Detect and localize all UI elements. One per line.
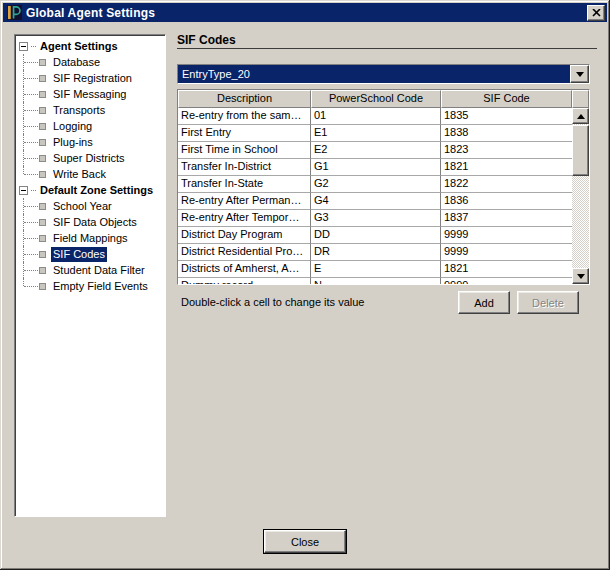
- cell-description[interactable]: Transfer In-State: [178, 176, 311, 193]
- dropdown-selected-value: EntryType_20: [178, 65, 570, 83]
- tree-item-label[interactable]: Super Districts: [51, 151, 127, 166]
- close-window-button[interactable]: [587, 5, 605, 21]
- cell-powerschool-code[interactable]: E: [311, 261, 441, 278]
- tree-item-label[interactable]: Agent Settings: [38, 39, 120, 54]
- cell-powerschool-code[interactable]: DD: [311, 227, 441, 244]
- tree-item[interactable]: Write Back: [15, 166, 165, 182]
- tree-item[interactable]: Plug-ins: [15, 134, 165, 150]
- scroll-up-button[interactable]: [572, 108, 589, 124]
- tree-item-label[interactable]: SIF Registration: [51, 71, 134, 86]
- cell-powerschool-code[interactable]: G3: [311, 210, 441, 227]
- cell-description[interactable]: Re-entry After Tempor…: [178, 210, 311, 227]
- tree-item-label[interactable]: SIF Codes: [51, 247, 107, 262]
- tree-item[interactable]: Super Districts: [15, 150, 165, 166]
- cell-description[interactable]: District Day Program: [178, 227, 311, 244]
- tree-item-label[interactable]: School Year: [51, 199, 114, 214]
- tree-item[interactable]: School Year: [15, 198, 165, 214]
- cell-powerschool-code[interactable]: E1: [311, 125, 441, 142]
- collapse-minus-icon[interactable]: [19, 42, 28, 51]
- cell-description[interactable]: Districts of Amherst, A…: [178, 261, 311, 278]
- cell-sif-code[interactable]: 1821: [441, 261, 572, 278]
- add-button[interactable]: Add: [458, 291, 510, 314]
- tree-item-label[interactable]: SIF Messaging: [51, 87, 128, 102]
- cell-powerschool-code[interactable]: 01: [311, 108, 441, 125]
- global-agent-settings-dialog: Global Agent Settings Agent Settings Dat…: [0, 0, 610, 570]
- cell-description[interactable]: Dummy record: [178, 278, 311, 284]
- tree-item[interactable]: Logging: [15, 118, 165, 134]
- column-header-powerschool-code[interactable]: PowerSchool Code: [311, 90, 441, 108]
- tree-item[interactable]: SIF Codes: [15, 246, 165, 262]
- tree-item[interactable]: Transports: [15, 102, 165, 118]
- cell-sif-code[interactable]: 1823: [441, 142, 572, 159]
- table-row[interactable]: First Entry E1 1838: [178, 125, 572, 142]
- table-row[interactable]: District Residential Pro… DR 9999: [178, 244, 572, 261]
- cell-powerschool-code[interactable]: N: [311, 278, 441, 284]
- tree-item[interactable]: Agent Settings: [15, 38, 165, 54]
- table-row[interactable]: Re-entry After Tempor… G3 1837: [178, 210, 572, 227]
- tree-bullet-icon: [39, 59, 46, 66]
- cell-powerschool-code[interactable]: G1: [311, 159, 441, 176]
- tree-item-label[interactable]: Default Zone Settings: [38, 183, 155, 198]
- cell-sif-code[interactable]: 9999: [441, 278, 572, 284]
- panel-heading: SIF Codes: [177, 33, 597, 49]
- scroll-down-button[interactable]: [572, 268, 589, 284]
- tree-item-label[interactable]: Student Data Filter: [51, 263, 147, 278]
- tree-item[interactable]: SIF Registration: [15, 70, 165, 86]
- collapse-minus-icon[interactable]: [19, 186, 28, 195]
- entry-type-dropdown[interactable]: EntryType_20: [177, 64, 590, 84]
- dropdown-arrow-button[interactable]: [570, 65, 589, 83]
- table-row[interactable]: District Day Program DD 9999: [178, 227, 572, 244]
- cell-sif-code[interactable]: 9999: [441, 244, 572, 261]
- cell-sif-code[interactable]: 1822: [441, 176, 572, 193]
- cell-sif-code[interactable]: 1837: [441, 210, 572, 227]
- table-row[interactable]: Dummy record N 9999: [178, 278, 572, 284]
- table-row[interactable]: Re-entry from the sam… 01 1835: [178, 108, 572, 125]
- tree-item[interactable]: Default Zone Settings: [15, 182, 165, 198]
- tree-item[interactable]: Student Data Filter: [15, 262, 165, 278]
- cell-powerschool-code[interactable]: G2: [311, 176, 441, 193]
- tree-item-label[interactable]: Logging: [51, 119, 94, 134]
- tree-bullet-icon: [39, 283, 46, 290]
- scrollbar-thumb[interactable]: [572, 125, 589, 176]
- table-row[interactable]: First Time in School E2 1823: [178, 142, 572, 159]
- cell-sif-code[interactable]: 1836: [441, 193, 572, 210]
- cell-powerschool-code[interactable]: E2: [311, 142, 441, 159]
- table-row[interactable]: Districts of Amherst, A… E 1821: [178, 261, 572, 278]
- cell-description[interactable]: Re-entry After Perman…: [178, 193, 311, 210]
- tree-item-label[interactable]: Field Mappings: [51, 231, 130, 246]
- table-row[interactable]: Transfer In-District G1 1821: [178, 159, 572, 176]
- cell-sif-code[interactable]: 1835: [441, 108, 572, 125]
- cell-description[interactable]: Transfer In-District: [178, 159, 311, 176]
- table-header-row: Description PowerSchool Code SIF Code: [178, 90, 589, 108]
- tree-item[interactable]: SIF Messaging: [15, 86, 165, 102]
- tree-item[interactable]: Empty Field Events: [15, 278, 165, 294]
- delete-button[interactable]: Delete: [517, 291, 579, 314]
- cell-powerschool-code[interactable]: DR: [311, 244, 441, 261]
- cell-description[interactable]: District Residential Pro…: [178, 244, 311, 261]
- tree-item[interactable]: Database: [15, 54, 165, 70]
- up-arrow-icon: [577, 114, 585, 119]
- cell-description[interactable]: First Time in School: [178, 142, 311, 159]
- tree-item-label[interactable]: Database: [51, 55, 102, 70]
- tree-item-label[interactable]: Empty Field Events: [51, 279, 150, 294]
- cell-sif-code[interactable]: 9999: [441, 227, 572, 244]
- tree-item[interactable]: SIF Data Objects: [15, 214, 165, 230]
- cell-powerschool-code[interactable]: G4: [311, 193, 441, 210]
- tree-item-label[interactable]: Plug-ins: [51, 135, 95, 150]
- down-arrow-icon: [577, 274, 585, 279]
- tree-item-label[interactable]: Write Back: [51, 167, 108, 182]
- tree-item-label[interactable]: Transports: [51, 103, 107, 118]
- table-row[interactable]: Re-entry After Perman… G4 1836: [178, 193, 572, 210]
- cell-description[interactable]: First Entry: [178, 125, 311, 142]
- column-header-sif-code[interactable]: SIF Code: [441, 90, 572, 108]
- cell-sif-code[interactable]: 1838: [441, 125, 572, 142]
- cell-description[interactable]: Re-entry from the sam…: [178, 108, 311, 125]
- column-header-description[interactable]: Description: [178, 90, 311, 108]
- vertical-scrollbar[interactable]: [572, 108, 589, 284]
- table-row[interactable]: Transfer In-State G2 1822: [178, 176, 572, 193]
- cell-sif-code[interactable]: 1821: [441, 159, 572, 176]
- close-button[interactable]: Close: [264, 530, 346, 553]
- tree-item[interactable]: Field Mappings: [15, 230, 165, 246]
- tree-item-label[interactable]: SIF Data Objects: [51, 215, 139, 230]
- table-body: Re-entry from the sam… 01 1835 First Ent…: [178, 108, 572, 284]
